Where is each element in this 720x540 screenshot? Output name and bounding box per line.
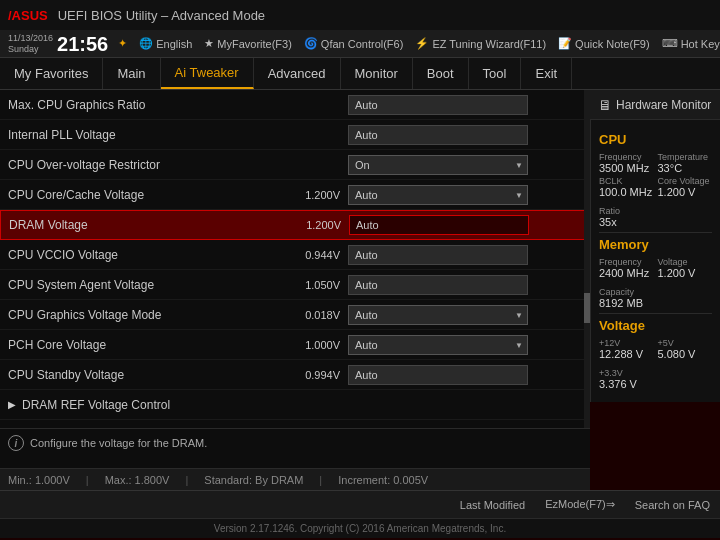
input-cpu-standby-voltage[interactable] [348,365,528,385]
mem-voltage: Voltage 1.200 V [658,257,713,279]
select-wrapper-cpu-over-voltage-restrictor[interactable]: On [348,155,528,175]
nav-monitor[interactable]: Monitor [341,58,413,89]
limits-bar: Min.: 1.000V | Max.: 1.800V | Standard: … [0,468,590,490]
qfan-button[interactable]: 🌀 Qfan Control(F6) [304,37,404,50]
clock-section: 11/13/2016 Sunday 21:56 ✦ [8,33,127,55]
dram-ref-row[interactable]: ▶ DRAM REF Voltage Control [0,390,590,420]
globe-icon: 🌐 [139,37,153,50]
setting-control-cpu-standby-voltage [348,365,578,385]
setting-value-left-dram-voltage: 1.200V [289,219,349,231]
main-navigation: My Favorites Main Ai Tweaker Advanced Mo… [0,58,720,90]
toolbar: 11/13/2016 Sunday 21:56 ✦ 🌐 English ★ My… [0,30,720,58]
nav-main[interactable]: Main [103,58,160,89]
ez-tuning-button[interactable]: ⚡ EZ Tuning Wizard(F11) [415,37,546,50]
setting-row-max-cpu-graphics-ratio[interactable]: Max. CPU Graphics Ratio [0,90,590,120]
time-display: 21:56 [57,34,108,54]
setting-row-cpu-graphics-voltage-mode[interactable]: CPU Graphics Voltage Mode0.018VAuto [0,300,590,330]
setting-control-cpu-graphics-voltage-mode: Auto [348,305,578,325]
main-layout: Max. CPU Graphics RatioInternal PLL Volt… [0,90,720,490]
setting-row-cpu-over-voltage-restrictor[interactable]: CPU Over-voltage RestrictorOn [0,150,590,180]
setting-row-cpu-vccio-voltage[interactable]: CPU VCCIO Voltage0.944V [0,240,590,270]
setting-label-dram-voltage: DRAM Voltage [9,218,289,232]
nav-my-favorites[interactable]: My Favorites [0,58,103,89]
setting-row-pch-core-voltage[interactable]: PCH Core Voltage1.000VAuto [0,330,590,360]
input-max-cpu-graphics-ratio[interactable] [348,95,528,115]
setting-label-cpu-vccio-voltage: CPU VCCIO Voltage [8,248,288,262]
star-icon: ★ [204,37,214,50]
hot-keys-button[interactable]: ⌨ Hot Keys [662,37,720,50]
select-cpu-graphics-voltage-mode[interactable]: Auto [348,305,528,325]
setting-control-dram-voltage [349,215,577,235]
setting-label-pch-core-voltage: PCH Core Voltage [8,338,288,352]
lightning-icon: ⚡ [415,37,429,50]
select-cpu-core-cache-voltage[interactable]: Auto [348,185,528,205]
last-modified-button[interactable]: Last Modified [460,499,525,511]
scroll-thumb[interactable] [584,293,590,323]
settings-area: Max. CPU Graphics RatioInternal PLL Volt… [0,90,590,428]
select-pch-core-voltage[interactable]: Auto [348,335,528,355]
select-cpu-over-voltage-restrictor[interactable]: On [348,155,528,175]
title-bar: /ASUS UEFI BIOS Utility – Advanced Mode [0,0,720,30]
nav-tool[interactable]: Tool [469,58,522,89]
setting-value-left-cpu-core-cache-voltage: 1.200V [288,189,348,201]
fan-icon: 🌀 [304,37,318,50]
nav-exit[interactable]: Exit [521,58,572,89]
note-icon: 📝 [558,37,572,50]
version-bar: Version 2.17.1246. Copyright (C) 2016 Am… [0,518,720,538]
search-faq-button[interactable]: Search on FAQ [635,499,710,511]
cpu-frequency-label: Frequency 3500 MHz [599,152,654,174]
divider-2 [599,313,712,314]
setting-value-left-pch-core-voltage: 1.000V [288,339,348,351]
setting-row-dram-voltage[interactable]: DRAM Voltage1.200V [0,210,590,240]
my-favorite-button[interactable]: ★ MyFavorite(F3) [204,37,292,50]
cpu-core-voltage: Core Voltage 1.200 V [658,176,713,198]
select-wrapper-cpu-core-cache-voltage[interactable]: Auto [348,185,528,205]
nav-advanced[interactable]: Advanced [254,58,341,89]
max-value: Max.: 1.800V [105,474,170,486]
quick-note-button[interactable]: 📝 Quick Note(F9) [558,37,650,50]
setting-label-cpu-over-voltage-restrictor: CPU Over-voltage Restrictor [8,158,288,172]
input-cpu-vccio-voltage[interactable] [348,245,528,265]
setting-value-left-cpu-system-agent-voltage: 1.050V [288,279,348,291]
info-icon: i [8,435,24,451]
setting-control-cpu-vccio-voltage [348,245,578,265]
asus-logo: /ASUS [8,8,48,23]
standard-value: Standard: By DRAM [204,474,303,486]
language-button[interactable]: 🌐 English [139,37,192,50]
mem-capacity: Capacity 8192 MB [599,287,712,309]
select-wrapper-cpu-graphics-voltage-mode[interactable]: Auto [348,305,528,325]
hardware-monitor-title: Hardware Monitor [616,98,711,112]
monitor-icon: 🖥 [598,97,612,113]
setting-label-cpu-system-agent-voltage: CPU System Agent Voltage [8,278,288,292]
input-internal-pll-voltage[interactable] [348,125,528,145]
voltage-stats-grid: +12V 12.288 V +5V 5.080 V [599,338,712,360]
bottom-bar: Last Modified EzMode(F7)⇒ Search on FAQ [0,490,720,518]
setting-row-cpu-core-cache-voltage[interactable]: CPU Core/Cache Voltage1.200VAuto [0,180,590,210]
setting-value-left-cpu-graphics-voltage-mode: 0.018V [288,309,348,321]
input-dram-voltage[interactable] [349,215,529,235]
setting-row-cpu-standby-voltage[interactable]: CPU Standby Voltage0.994V [0,360,590,390]
expand-triangle-icon: ▶ [8,399,16,410]
settings-gear-icon[interactable]: ✦ [118,37,127,50]
setting-row-cpu-system-agent-voltage[interactable]: CPU System Agent Voltage1.050V [0,270,590,300]
nav-boot[interactable]: Boot [413,58,469,89]
setting-control-cpu-over-voltage-restrictor: On [348,155,578,175]
mem-frequency: Frequency 2400 MHz [599,257,654,279]
version-text: Version 2.17.1246. Copyright (C) 2016 Am… [214,523,506,534]
cpu-stats-grid: Frequency 3500 MHz Temperature 33°C BCLK… [599,152,712,198]
setting-row-internal-pll-voltage[interactable]: Internal PLL Voltage [0,120,590,150]
ez-mode-button[interactable]: EzMode(F7)⇒ [545,498,615,511]
input-cpu-system-agent-voltage[interactable] [348,275,528,295]
title-bar-text: UEFI BIOS Utility – Advanced Mode [58,8,265,23]
cpu-ratio: Ratio 35x [599,206,712,228]
divider-1 [599,232,712,233]
nav-ai-tweaker[interactable]: Ai Tweaker [161,58,254,89]
select-wrapper-pch-core-voltage[interactable]: Auto [348,335,528,355]
setting-control-internal-pll-voltage [348,125,578,145]
memory-stats-grid: Frequency 2400 MHz Voltage 1.200 V [599,257,712,279]
setting-label-max-cpu-graphics-ratio: Max. CPU Graphics Ratio [8,98,288,112]
hardware-monitor-header: 🖥 Hardware Monitor [590,90,720,120]
cpu-section-title: CPU [599,132,712,147]
scrollbar[interactable] [584,90,590,428]
settings-content: Max. CPU Graphics RatioInternal PLL Volt… [0,90,590,490]
